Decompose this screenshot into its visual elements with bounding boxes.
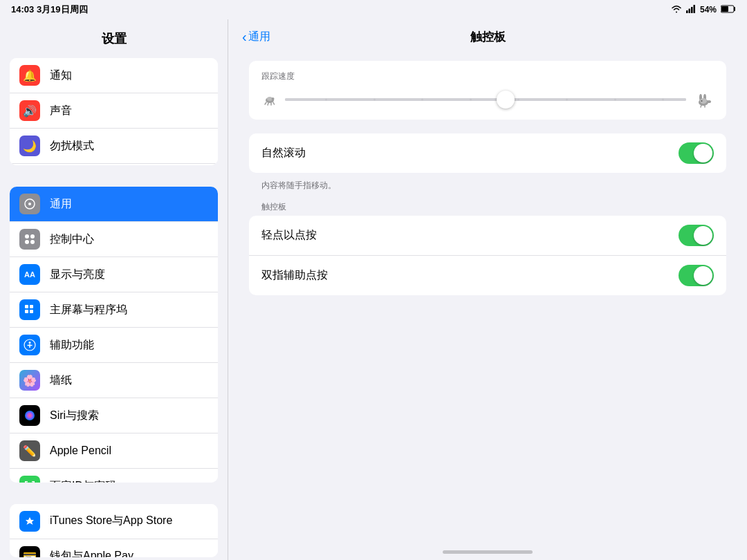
sidebar-item-homescreen-label: 主屏幕与程序坞	[50, 303, 208, 317]
sounds-icon: 🔊	[19, 100, 40, 121]
sidebar-item-siri-label: Siri与搜索	[50, 409, 208, 423]
sidebar-item-appstore[interactable]: iTunes Store与App Store	[10, 504, 218, 539]
sidebar-item-wallet-label: 钱包与Apple Pay	[50, 549, 208, 557]
siri-icon	[19, 405, 40, 426]
svg-point-7	[28, 203, 31, 205]
bottom-bar	[228, 546, 747, 560]
svg-line-35	[268, 103, 268, 105]
sidebar-item-applepencil-label: Apple Pencil	[50, 445, 208, 457]
sidebar-item-dnd-label: 勿扰模式	[50, 139, 208, 153]
content-area: ‹ 通用 触控板 跟踪速度	[228, 19, 747, 560]
tracking-speed-label: 跟踪速度	[261, 71, 714, 82]
sidebar-item-wallpaper[interactable]: 🌸 墙纸	[10, 363, 218, 398]
battery-icon	[721, 5, 736, 15]
sidebar-item-screentime[interactable]: ⏳ 屏幕使用时间	[10, 164, 218, 165]
two-finger-tap-row: 双指辅助点按	[249, 256, 726, 295]
slider-row	[261, 89, 714, 110]
svg-point-9	[30, 234, 35, 239]
status-time: 14:03 3月19日周四	[11, 3, 88, 16]
signal-icon	[686, 5, 696, 15]
sidebar-item-sounds-label: 声音	[50, 104, 208, 118]
two-finger-tap-toggle-thumb	[694, 266, 712, 285]
svg-point-33	[272, 97, 275, 100]
svg-line-37	[273, 102, 275, 104]
slider-track[interactable]	[285, 98, 686, 101]
sidebar-item-wallet[interactable]: 💳 钱包与Apple Pay	[10, 539, 218, 557]
svg-rect-13	[30, 305, 33, 308]
back-button[interactable]: ‹ 通用	[242, 29, 270, 45]
natural-scroll-label: 自然滚动	[261, 146, 306, 160]
svg-rect-14	[25, 310, 28, 313]
trackpad-section-label: 触控板	[249, 194, 726, 216]
two-finger-tap-toggle[interactable]	[679, 265, 714, 286]
dnd-icon: 🌙	[19, 136, 40, 156]
svg-line-44	[701, 105, 701, 107]
svg-point-43	[707, 100, 711, 103]
back-chevron-icon: ‹	[242, 29, 247, 45]
svg-rect-2	[691, 7, 693, 13]
natural-scroll-description: 内容将随手指移动。	[249, 176, 726, 194]
sidebar-item-appstore-label: iTunes Store与App Store	[50, 514, 208, 528]
natural-scroll-toggle-thumb	[694, 144, 712, 162]
sidebar-item-sounds[interactable]: 🔊 声音	[10, 93, 218, 129]
svg-rect-25	[25, 481, 26, 483]
svg-line-34	[265, 102, 266, 104]
sidebar-item-controlcenter[interactable]: 控制中心	[10, 222, 218, 257]
sidebar-section-2: 通用 控制中心 AA 显示与亮度	[10, 187, 218, 483]
wallpaper-icon: 🌸	[19, 370, 40, 391]
svg-rect-3	[693, 5, 695, 13]
svg-point-42	[701, 100, 703, 102]
svg-point-8	[25, 234, 29, 239]
homescreen-icon	[19, 299, 40, 320]
tap-to-click-toggle[interactable]	[679, 225, 714, 246]
fast-speed-icon	[693, 89, 714, 110]
natural-scroll-toggle[interactable]	[679, 142, 714, 164]
sidebar-item-display-label: 显示与亮度	[50, 268, 208, 282]
tap-to-click-toggle-thumb	[694, 226, 712, 245]
status-icons: 54%	[671, 5, 736, 15]
back-label: 通用	[248, 30, 270, 44]
svg-rect-5	[721, 6, 728, 12]
sidebar-item-faceid[interactable]: 面容ID与密码	[10, 469, 218, 483]
two-finger-tap-label: 双指辅助点按	[261, 268, 328, 283]
sidebar-item-dnd[interactable]: 🌙 勿扰模式	[10, 129, 218, 164]
sidebar-item-controlcenter-label: 控制中心	[50, 232, 208, 247]
wifi-icon	[671, 5, 682, 15]
sidebar-item-applepencil[interactable]: ✏️ Apple Pencil	[10, 433, 218, 469]
sidebar-item-accessibility[interactable]: 辅助功能	[10, 328, 218, 363]
faceid-icon	[19, 476, 40, 483]
svg-point-11	[30, 240, 35, 244]
nav-header: ‹ 通用 触控板	[228, 19, 747, 54]
sidebar-item-general[interactable]: 通用	[10, 187, 218, 222]
sidebar-item-notifications[interactable]: 🔔 通知	[10, 58, 218, 93]
svg-rect-15	[30, 310, 33, 313]
sidebar: 设置 🔔 通知 🔊 声音 🌙 勿扰模式 ⏳ 屏幕使用时间	[0, 19, 228, 560]
content-scroll: 跟踪速度	[228, 54, 747, 546]
svg-point-17	[29, 342, 31, 344]
tracking-speed-section: 跟踪速度	[249, 61, 726, 120]
sidebar-item-homescreen[interactable]: 主屏幕与程序坞	[10, 292, 218, 328]
status-bar: 14:03 3月19日周四 54%	[0, 0, 747, 19]
svg-rect-1	[688, 8, 690, 13]
sidebar-item-wallpaper-label: 墙纸	[50, 373, 208, 388]
sidebar-item-siri[interactable]: Siri与搜索	[10, 398, 218, 433]
svg-rect-12	[25, 305, 28, 308]
notifications-icon: 🔔	[19, 65, 40, 86]
applepencil-icon: ✏️	[19, 440, 40, 461]
trackpad-card: 轻点以点按 双指辅助点按	[249, 216, 726, 295]
sidebar-section-1: 🔔 通知 🔊 声音 🌙 勿扰模式 ⏳ 屏幕使用时间	[10, 58, 218, 165]
sidebar-item-display[interactable]: AA 显示与亮度	[10, 257, 218, 292]
sidebar-item-notifications-label: 通知	[50, 68, 208, 83]
battery-level-text: 54%	[700, 5, 717, 15]
sidebar-item-general-label: 通用	[50, 197, 208, 212]
wallet-icon: 💳	[19, 546, 40, 557]
sidebar-item-faceid-label: 面容ID与密码	[50, 479, 208, 483]
accessibility-icon	[19, 335, 40, 355]
display-icon: AA	[19, 264, 40, 285]
controlcenter-icon	[19, 229, 40, 250]
sidebar-item-accessibility-label: 辅助功能	[50, 338, 208, 353]
svg-point-10	[25, 240, 29, 244]
home-indicator	[443, 550, 533, 554]
tap-to-click-row: 轻点以点按	[249, 216, 726, 256]
natural-scroll-card: 自然滚动	[249, 133, 726, 173]
